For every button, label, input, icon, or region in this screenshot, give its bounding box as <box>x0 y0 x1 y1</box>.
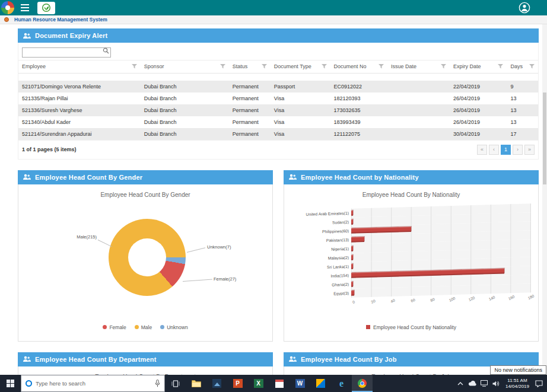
action-center-icon[interactable] <box>533 380 545 387</box>
bar-category-label: Pakistan(13) <box>288 237 351 243</box>
table-cell: 521335/Rajan Pillai <box>18 95 141 101</box>
filter-icon[interactable] <box>322 64 327 69</box>
table-row[interactable]: 521335/Rajan PillaiDubai BranchPermanent… <box>18 93 538 104</box>
table-body: 521071/Domingo Verona RelenteDubai Branc… <box>18 81 538 140</box>
table-row[interactable]: 521214/Surendran AppaduraiDubai BranchPe… <box>18 128 538 140</box>
bar[interactable] <box>351 219 353 224</box>
bar[interactable] <box>351 246 353 251</box>
filter-icon[interactable] <box>498 64 503 69</box>
taskbar-clock[interactable]: 11:51 AM 14/04/2019 <box>502 378 533 390</box>
display-icon[interactable] <box>478 380 490 387</box>
table-cell: 521071/Domingo Verona Relente <box>18 84 141 90</box>
taskbar-search-placeholder: Type here to search <box>36 380 151 387</box>
taskbar-search-box[interactable]: Type here to search <box>21 375 165 392</box>
calendar-glyph <box>275 380 284 388</box>
pager-next-button[interactable]: › <box>513 145 523 155</box>
column-header-document-no[interactable]: Document No <box>330 60 387 73</box>
pager-prev-button[interactable]: ‹ <box>489 145 499 155</box>
bar[interactable] <box>351 281 353 286</box>
nationality-chart-area: Employee Head Count By Nationality Unite… <box>284 184 539 342</box>
company-logo <box>37 2 55 14</box>
filter-icon[interactable] <box>441 64 446 69</box>
document-expiry-panel-header: Document Expiry Alert <box>18 28 539 43</box>
table-search-input[interactable] <box>22 47 111 58</box>
nationality-bar-chart: United Arab Emirates(1)Sudan(2)Philippin… <box>288 203 531 308</box>
excel-glyph <box>254 379 263 388</box>
notification-tooltip: No new notifications <box>490 365 546 375</box>
job-panel-header: Employee Head Count By Job <box>284 352 539 366</box>
department-panel-header: Employee Head Count By Department <box>18 352 273 366</box>
department-chart-area: Employee Head Count By Department <box>18 366 273 375</box>
pager-first-button[interactable]: « <box>477 145 487 155</box>
scrollbar-thumb[interactable] <box>543 93 546 184</box>
hamburger-menu-icon[interactable] <box>21 2 34 13</box>
column-label: Issue Date <box>391 63 416 69</box>
column-label: Expiry Date <box>453 63 481 69</box>
table-cell: 13 <box>507 95 538 101</box>
table-search-box <box>22 46 111 58</box>
people-icon <box>23 174 31 180</box>
pie-callout-line <box>183 279 212 281</box>
volume-icon[interactable] <box>490 381 502 387</box>
filter-icon[interactable] <box>379 64 384 69</box>
table-row[interactable]: 521340/Abdul KaderDubai BranchPermanentV… <box>18 116 538 128</box>
column-header-document-type[interactable]: Document Type <box>271 60 330 73</box>
table-row[interactable]: 521336/Suresh VargheseDubai BranchPerman… <box>18 104 538 116</box>
chevron-up-icon[interactable] <box>454 382 466 385</box>
column-header-expiry-date[interactable]: Expiry Date <box>450 60 507 73</box>
column-header-employee[interactable]: Employee <box>18 60 141 73</box>
table-cell: Passport <box>271 84 330 90</box>
column-header-status[interactable]: Status <box>229 60 271 73</box>
excel-icon[interactable] <box>248 375 269 392</box>
calendar-icon[interactable] <box>269 375 290 392</box>
chrome-icon[interactable] <box>352 375 373 392</box>
nationality-legend[interactable]: Employee Head Count By Nationality <box>284 324 538 330</box>
gender-donut-chart[interactable] <box>109 219 186 296</box>
filter-icon[interactable] <box>262 64 267 69</box>
edge-icon[interactable] <box>331 375 352 392</box>
pinned-app-icon[interactable] <box>310 375 331 392</box>
page-scrollbar[interactable] <box>542 24 547 375</box>
legend-item-female[interactable]: Female <box>103 324 126 330</box>
file-explorer-icon[interactable] <box>186 375 206 392</box>
bar-category-label: Nigeria(1) <box>288 246 351 252</box>
column-header-days[interactable]: Days <box>507 60 538 73</box>
bar[interactable] <box>351 210 353 215</box>
bar[interactable] <box>351 226 411 233</box>
filter-icon[interactable] <box>132 64 137 69</box>
pie-callout-line <box>98 240 112 247</box>
table-row[interactable]: 521071/Domingo Verona RelenteDubai Branc… <box>18 81 538 93</box>
bar[interactable] <box>351 290 354 295</box>
user-profile-icon[interactable] <box>518 2 530 14</box>
task-view-icon[interactable] <box>165 375 186 392</box>
pager-last-button[interactable]: » <box>524 145 535 155</box>
table-header-row: EmployeeSponsorStatusDocument TypeDocume… <box>18 60 538 74</box>
column-header-sponsor[interactable]: Sponsor <box>141 60 229 73</box>
word-icon[interactable] <box>290 375 310 392</box>
bar[interactable] <box>351 254 353 260</box>
microphone-icon[interactable] <box>155 380 160 387</box>
photos-app-icon[interactable] <box>206 375 227 392</box>
photos-glyph <box>212 379 221 388</box>
filter-icon[interactable] <box>220 64 225 69</box>
bar[interactable] <box>351 263 353 269</box>
onedrive-icon[interactable] <box>466 381 478 386</box>
legend-item-unknown[interactable]: Unknown <box>160 324 187 330</box>
legend-label: Male <box>141 324 152 330</box>
bar[interactable] <box>351 237 364 243</box>
table-cell: 121122075 <box>330 131 387 137</box>
column-header-issue-date[interactable]: Issue Date <box>387 60 450 73</box>
windows-start-button[interactable] <box>0 375 21 392</box>
bar-category-label: Philippines(60) <box>288 228 351 234</box>
pager-page-1-button[interactable]: 1 <box>501 145 511 155</box>
search-icon[interactable] <box>103 47 109 54</box>
axis-tick-label: 100 <box>449 296 456 302</box>
legend-label: Unknown <box>167 324 187 330</box>
table-cell: Dubai Branch <box>141 107 229 113</box>
axis-tick-label: 20 <box>371 298 376 304</box>
legend-item-male[interactable]: Male <box>135 324 152 330</box>
powerpoint-icon[interactable] <box>227 375 248 392</box>
pie-label-unknown: Unknown(7) <box>207 244 231 250</box>
table-cell: 26/04/2019 <box>450 107 507 113</box>
filter-icon[interactable] <box>529 64 535 69</box>
